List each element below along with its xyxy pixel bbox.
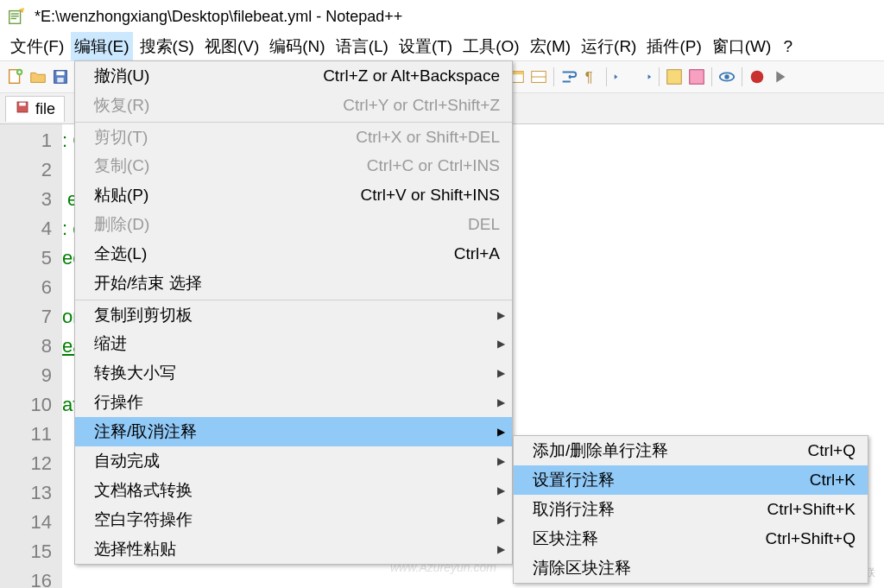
menu-tools[interactable]: 工具(O) — [459, 32, 522, 61]
menu-run[interactable]: 运行(R) — [578, 32, 640, 61]
edit-menu-item: 剪切(T)Ctrl+X or Shift+DEL — [75, 122, 512, 151]
edit-menu-item[interactable]: 转换大小写▶ — [75, 358, 512, 388]
menu-encoding[interactable]: 编码(N) — [266, 32, 328, 61]
comment-submenu: 添加/删除单行注释Ctrl+Q设置行注释Ctrl+K取消行注释Ctrl+Shif… — [513, 435, 868, 584]
window-title: *E:\wenzhongxiang\Desktop\filebeat.yml -… — [35, 8, 402, 26]
play-icon[interactable] — [769, 66, 790, 87]
tab-unsaved-icon — [15, 99, 30, 119]
menu-plugins[interactable]: 插件(P) — [643, 32, 704, 61]
edit-menu-item: 恢复(R)Ctrl+Y or Ctrl+Shift+Z — [75, 91, 512, 120]
menu-edit[interactable]: 编辑(E) — [71, 32, 132, 61]
menubar: 文件(F) 编辑(E) 搜索(S) 视图(V) 编码(N) 语言(L) 设置(T… — [0, 33, 884, 60]
line-number-gutter: 12345678910111213141516171819 — [0, 124, 62, 588]
edit-menu-item: 复制(C)Ctrl+C or Ctrl+INS — [75, 151, 512, 180]
open-file-icon[interactable] — [28, 66, 48, 87]
edit-menu-item[interactable]: 空白字符操作▶ — [75, 505, 512, 534]
menu-help[interactable]: ? — [780, 34, 796, 60]
comment-menu-item[interactable]: 清除区块注释 — [514, 553, 868, 583]
paragraph-icon[interactable]: ¶ — [581, 66, 602, 87]
doc-map-icon[interactable] — [686, 66, 707, 87]
comment-menu-item[interactable]: 取消行注释Ctrl+Shift+K — [514, 495, 868, 524]
menu-settings[interactable]: 设置(T) — [395, 32, 456, 61]
comment-menu-item[interactable]: 设置行注释Ctrl+K — [514, 465, 868, 495]
menu-search[interactable]: 搜索(S) — [136, 32, 198, 61]
edit-menu-item: 删除(D)DEL — [75, 210, 512, 239]
function-icon[interactable] — [664, 66, 685, 87]
new-file-icon[interactable] — [5, 66, 26, 87]
svg-point-16 — [724, 74, 729, 79]
indent-left-icon[interactable] — [611, 66, 632, 87]
svg-rect-3 — [11, 18, 16, 19]
menu-language[interactable]: 语言(L) — [332, 32, 392, 61]
svg-text:¶: ¶ — [585, 69, 593, 85]
edit-menu-item[interactable]: 行操作▶ — [75, 388, 512, 417]
monitor-icon[interactable] — [717, 66, 737, 87]
menu-macro[interactable]: 宏(M) — [527, 32, 574, 61]
edit-menu-item[interactable]: 注释/取消注释▶ — [75, 417, 512, 446]
toolbar-divider — [553, 67, 554, 86]
app-icon — [7, 7, 26, 26]
svg-rect-0 — [9, 11, 21, 24]
edit-dropdown: 撤消(U)Ctrl+Z or Alt+Backspace恢复(R)Ctrl+Y … — [74, 60, 513, 565]
svg-rect-1 — [11, 13, 19, 14]
menu-view[interactable]: 视图(V) — [201, 32, 262, 61]
svg-rect-7 — [56, 72, 64, 76]
menu-window[interactable]: 窗口(W) — [709, 32, 775, 61]
titlebar: *E:\wenzhongxiang\Desktop\filebeat.yml -… — [0, 0, 884, 33]
edit-menu-item[interactable]: 复制到剪切板▶ — [75, 300, 512, 329]
comment-menu-item[interactable]: 添加/删除单行注释Ctrl+Q — [514, 436, 868, 465]
toolbar-divider-4 — [711, 67, 712, 86]
edit-menu-item[interactable]: 文档格式转换▶ — [75, 476, 512, 505]
file-tab[interactable]: file — [5, 96, 65, 122]
tab-label: file — [35, 100, 55, 118]
save-icon[interactable] — [50, 66, 71, 87]
edit-menu-item[interactable]: 粘贴(P)Ctrl+V or Shift+INS — [75, 180, 512, 210]
wrap-icon[interactable] — [559, 66, 579, 87]
edit-menu-item[interactable]: 自动完成▶ — [75, 446, 512, 476]
svg-point-17 — [751, 71, 764, 84]
edit-menu-item[interactable]: 撤消(U)Ctrl+Z or Alt+Backspace — [75, 61, 512, 91]
toolbar-divider-5 — [742, 67, 742, 86]
indent-right-icon[interactable] — [634, 66, 654, 87]
toolbar-divider-3 — [659, 67, 660, 86]
menu-file[interactable]: 文件(F) — [7, 32, 67, 61]
record-icon[interactable] — [747, 66, 767, 87]
svg-rect-2 — [11, 16, 19, 16]
svg-rect-13 — [667, 70, 682, 85]
comment-menu-item[interactable]: 区块注释Ctrl+Shift+Q — [514, 524, 868, 553]
edit-menu-item[interactable]: 开始/结束 选择 — [75, 269, 512, 298]
toolbar-divider-2 — [606, 67, 607, 86]
toggle-icon-2[interactable] — [528, 66, 549, 87]
edit-menu-item[interactable]: 选择性粘贴▶ — [75, 534, 512, 564]
svg-rect-8 — [57, 78, 63, 83]
edit-menu-item[interactable]: 缩进▶ — [75, 329, 512, 358]
edit-menu-item[interactable]: 全选(L)Ctrl+A — [75, 239, 512, 269]
svg-rect-19 — [19, 102, 26, 105]
svg-rect-14 — [690, 70, 704, 85]
